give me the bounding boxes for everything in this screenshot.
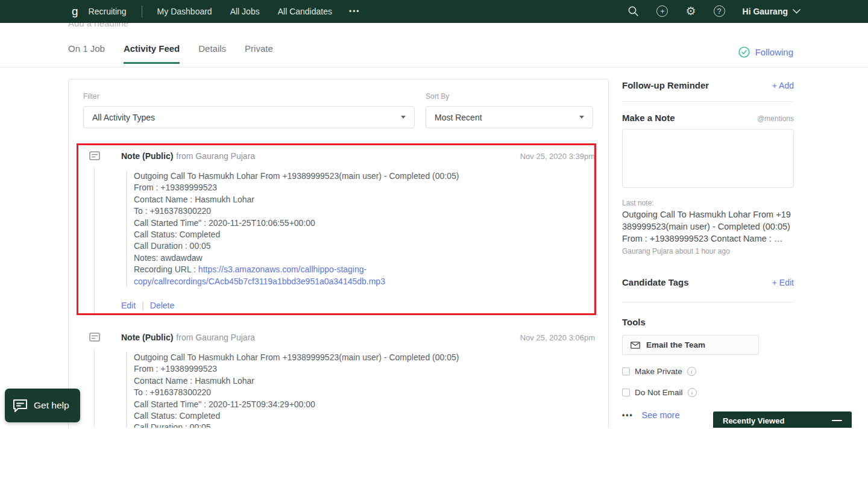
filter-label: Filter [83,92,415,101]
note-line: Call Duration : 00:05 [134,422,590,428]
add-reminder-link[interactable]: + Add [772,81,794,90]
delete-note-link[interactable]: Delete [150,301,174,310]
note-line: copy/callrecordings/CAcb45b7cf3119a1bbd3… [134,276,590,287]
sort-group: Sort By Most Recent [426,92,593,128]
make-a-note-title: Make a Note [622,113,675,123]
do-not-email-checkbox[interactable] [622,389,630,396]
note-type: Note (Public) [121,333,173,342]
help-icon[interactable]: ? [714,5,725,17]
note-type: Note (Public) [121,151,173,161]
note-line: Contact Name : Hasmukh Lohar [134,375,590,387]
note-line: Call Status: Completed [134,229,590,240]
note-line: Outgoing Call To Hasmukh Lohar From +193… [134,352,590,363]
note-body: Outgoing Call To Hasmukh Lohar From +193… [126,170,590,287]
note-line: Call Duration : 00:05 [134,240,590,252]
section-divider [622,302,794,302]
note-author: from Gaurang Pujara [176,333,255,342]
nav-all-jobs[interactable]: All Jobs [230,7,260,16]
action-separator: | [142,301,144,310]
candidate-tags-title: Candidate Tags [622,277,689,287]
note-line: Recording URL : https://s3.amazonaws.com… [134,264,590,275]
edit-tags-link[interactable]: + Edit [772,278,794,287]
tab-details[interactable]: Details [198,43,226,64]
filter-select[interactable]: All Activity Types [83,106,415,128]
following-label: Following [755,47,793,57]
info-icon[interactable]: i [688,388,697,397]
timeline-connector [94,167,95,318]
tab-activity-feed[interactable]: Activity Feed [124,43,180,64]
note-line: Call Status: Completed [134,410,590,422]
note-line: Notes: awdawdaw [134,252,590,264]
edit-note-link[interactable]: Edit [121,301,136,310]
caret-down-icon [579,116,584,119]
add-icon[interactable]: + [656,5,668,17]
activity-feed-panel: Filter All Activity Types Sort By Most R… [68,79,609,428]
settings-gear-icon[interactable]: ⚙ [685,5,696,17]
nav-divider [142,5,142,17]
product-name[interactable]: Recruiting [89,7,127,16]
last-note-excerpt: Outgoing Call To Hasmukh Lohar From +193… [622,209,794,245]
get-help-label: Get help [34,400,69,411]
note-line: Call Started Time" : 2020-11-25T10:06:55… [134,217,590,229]
note-author: from Gaurang Pujara [176,151,255,161]
browser-viewport: Add a headline g Recruiting My Dashboard… [0,0,868,428]
caret-down-icon [401,116,406,119]
filter-group: Filter All Activity Types [83,92,415,128]
note-textarea[interactable] [622,129,794,188]
recording-url-link[interactable]: copy/callrecordings/CAcb45b7cf3119a1bbd3… [134,277,385,286]
chevron-down-icon [793,9,800,14]
tools-title: Tools [622,317,794,327]
minimize-icon[interactable] [832,420,842,421]
recording-url-label: Recording URL : [134,264,198,274]
sort-select[interactable]: Most Recent [426,106,593,128]
note-line: Outgoing Call To Hasmukh Lohar From +193… [134,170,590,182]
tab-on-1-job[interactable]: On 1 Job [68,43,105,64]
candidate-sidebar: Follow-up Reminder + Add Make a Note @me… [622,79,794,420]
make-private-checkbox[interactable] [622,368,630,375]
recording-url-link[interactable]: https://s3.amazonaws.com/callhippo-stagi… [198,264,366,274]
make-private-row[interactable]: Make Private i [622,367,794,376]
nav-links: My Dashboard All Jobs All Candidates [157,7,332,16]
note-icon [89,151,100,163]
chat-bubble-icon [12,398,28,413]
note-line: From : +19389999523 [134,182,590,193]
search-icon[interactable] [627,5,639,17]
tab-private[interactable]: Private [245,43,273,64]
do-not-email-label: Do Not Email [635,388,683,397]
note-timestamp: Nov 25, 2020 3:06pm [520,333,595,342]
recently-viewed-bar[interactable]: Recently Viewed [713,411,852,428]
note-line: Contact Name : Hasmukh Lohar [134,194,590,205]
timeline-connector [94,348,95,428]
recently-viewed-label: Recently Viewed [723,416,784,425]
tabs-bottom-divider [0,67,868,67]
nav-my-dashboard[interactable]: My Dashboard [157,7,212,16]
followup-reminder-title: Follow-up Reminder [622,80,709,90]
note-line: From : +19389999523 [134,363,590,375]
email-the-team-button[interactable]: Email the Team [622,335,759,355]
candidate-tabs: On 1 Job Activity Feed Details Private [68,43,273,64]
note-icon [89,333,100,344]
user-menu[interactable]: Hi Gaurang [743,7,800,16]
following-toggle[interactable]: Following [738,46,793,58]
check-circle-icon [738,46,750,58]
info-icon[interactable]: i [687,367,696,376]
make-private-label: Make Private [635,367,682,376]
note-timestamp: Nov 25, 2020 3:39pm [520,152,595,161]
get-help-button[interactable]: Get help [5,389,80,422]
filter-value: All Activity Types [92,113,155,122]
section-divider [622,101,794,102]
note-body: Outgoing Call To Hasmukh Lohar From +193… [126,352,590,428]
do-not-email-row[interactable]: Do Not Email i [622,388,794,397]
sort-label: Sort By [426,92,593,101]
nav-more-icon[interactable]: ••• [349,7,360,16]
envelope-icon [631,342,640,349]
mentions-hint: @mentions [757,114,794,123]
user-greeting: Hi Gaurang [743,7,788,16]
brand-logo[interactable]: g [72,5,78,17]
last-note-meta: Gaurang Pujara about 1 hour ago [622,247,794,255]
see-more-link[interactable]: See more [642,410,680,420]
last-note-label: Last note: [622,199,794,207]
more-dots-icon[interactable]: ••• [622,411,634,419]
email-the-team-label: Email the Team [646,340,705,349]
nav-all-candidates[interactable]: All Candidates [278,7,332,16]
